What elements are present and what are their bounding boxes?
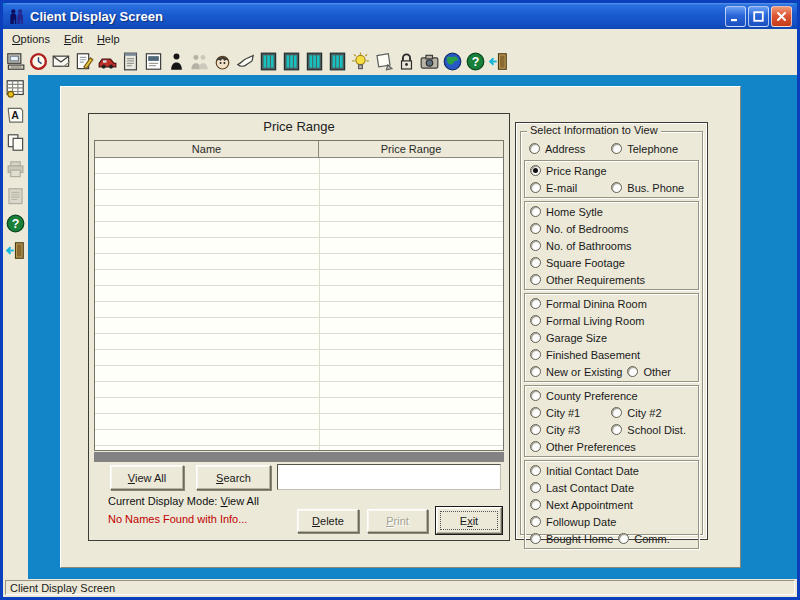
notes-edit-icon[interactable]: [74, 51, 95, 72]
grid-column-divider: [319, 158, 320, 450]
clock-icon[interactable]: [28, 51, 49, 72]
grid-horizontal-scrollbar[interactable]: [94, 452, 504, 462]
maximize-button[interactable]: [748, 6, 769, 27]
radio-formal-living-room[interactable]: Formal Living Room: [525, 315, 644, 327]
radio-school-dist[interactable]: School Dist.: [606, 424, 686, 436]
help-icon[interactable]: ?: [465, 51, 486, 72]
radio-bought-home[interactable]: Bought Home: [525, 533, 613, 545]
exit-door-icon[interactable]: [488, 51, 509, 72]
menu-item-options[interactable]: Options: [5, 31, 57, 47]
title-bar[interactable]: Client Display Screen: [3, 3, 797, 29]
radio-new-or-existing[interactable]: New or Existing: [525, 366, 622, 378]
grid-header-row: Name Price Range: [95, 141, 503, 158]
search-button[interactable]: Search: [196, 465, 271, 490]
radio-price-range[interactable]: Price Range: [525, 165, 607, 177]
radio-last-contact-date[interactable]: Last Contact Date: [525, 482, 634, 494]
minimize-button[interactable]: [725, 6, 746, 27]
camera-icon[interactable]: [419, 51, 440, 72]
radio-other-requirements[interactable]: Other Requirements: [525, 274, 645, 286]
lock-icon[interactable]: [396, 51, 417, 72]
mail-icon[interactable]: [51, 51, 72, 72]
exit-button[interactable]: Exit: [436, 507, 502, 534]
car-icon[interactable]: [97, 51, 118, 72]
grid-body[interactable]: [95, 158, 503, 450]
notepad-icon[interactable]: [120, 51, 141, 72]
radio-row: Initial Contact Date: [525, 462, 698, 479]
lightbulb-icon[interactable]: [350, 51, 371, 72]
contact-face-icon[interactable]: [212, 51, 233, 72]
radio-row: New or ExistingOther: [525, 363, 698, 380]
copy-icon[interactable]: [5, 132, 26, 153]
close-button[interactable]: [771, 6, 792, 27]
radio-label: E-mail: [546, 182, 577, 194]
radio-formal-dinina-room[interactable]: Formal Dinina Room: [525, 298, 647, 310]
exit-door-icon[interactable]: [5, 240, 26, 261]
client-icon[interactable]: [166, 51, 187, 72]
delete-button[interactable]: Delete: [297, 509, 359, 533]
radio-square-footage[interactable]: Square Footage: [525, 257, 625, 269]
radio-icon: [530, 182, 541, 193]
window-title: Client Display Screen: [30, 9, 163, 24]
radio-home-sytle[interactable]: Home Sytle: [525, 206, 603, 218]
radio-label: County Preference: [546, 390, 638, 402]
search-input[interactable]: [277, 464, 501, 490]
radio-label: Home Sytle: [546, 206, 603, 218]
door-icon-4[interactable]: [327, 51, 348, 72]
status-bar: Client Display Screen: [3, 579, 797, 597]
document-photo-icon[interactable]: [143, 51, 164, 72]
radio-telephone[interactable]: Telephone: [606, 143, 678, 155]
radio-icon: [530, 499, 541, 510]
door-icon-2[interactable]: [281, 51, 302, 72]
radio-garage-size[interactable]: Garage Size: [525, 332, 607, 344]
font-icon[interactable]: A: [5, 105, 26, 126]
radio-label: Other: [643, 366, 671, 378]
door-icon-1[interactable]: [258, 51, 279, 72]
info-section-2: Price RangeE-mailBus. Phone: [524, 160, 699, 198]
door-icon-3[interactable]: [304, 51, 325, 72]
menu-item-edit[interactable]: Edit: [57, 31, 90, 47]
send-page-icon[interactable]: [373, 51, 394, 72]
radio-county-preference[interactable]: County Preference: [525, 390, 638, 402]
radio-icon: [530, 533, 541, 544]
radio-other-preferences[interactable]: Other Preferences: [525, 441, 636, 453]
report-disabled-icon[interactable]: [5, 186, 26, 207]
radio-label: Formal Dinina Room: [546, 298, 647, 310]
radio-city-3[interactable]: City #3: [525, 424, 606, 436]
computer-icon[interactable]: [5, 51, 26, 72]
clients-disabled-icon[interactable]: [189, 51, 210, 72]
radio-city-2[interactable]: City #2: [606, 407, 661, 419]
menu-bar: OptionsEditHelp: [3, 29, 797, 48]
radio-row: No. of Bedrooms: [525, 220, 698, 237]
radio-finished-basement[interactable]: Finished Basement: [525, 349, 640, 361]
info-section-3: Home SytleNo. of BedroomsNo. of Bathroom…: [524, 201, 699, 290]
client-grid: Name Price Range: [94, 140, 504, 451]
radio-no-of-bathrooms[interactable]: No. of Bathrooms: [525, 240, 632, 252]
radio-icon: [530, 407, 541, 418]
radio-initial-contact-date[interactable]: Initial Contact Date: [525, 465, 639, 477]
radio-e-mail[interactable]: E-mail: [525, 182, 606, 194]
view-all-button[interactable]: View All: [110, 465, 184, 490]
radio-label: Last Contact Date: [546, 482, 634, 494]
radio-comm[interactable]: Comm.: [613, 533, 669, 545]
radio-icon: [530, 366, 541, 377]
globe-icon[interactable]: [442, 51, 463, 72]
radio-label: City #1: [546, 407, 580, 419]
radio-next-appointment[interactable]: Next Appointment: [525, 499, 633, 511]
print-disabled-icon[interactable]: [5, 159, 26, 180]
menu-item-help[interactable]: Help: [90, 31, 127, 47]
radio-bus-phone[interactable]: Bus. Phone: [606, 182, 684, 194]
radio-label: Other Preferences: [546, 441, 636, 453]
svg-text:?: ?: [12, 217, 20, 231]
radio-city-1[interactable]: City #1: [525, 407, 606, 419]
radio-icon: [611, 424, 622, 435]
radio-no-of-bedrooms[interactable]: No. of Bedrooms: [525, 223, 629, 235]
radio-other[interactable]: Other: [622, 366, 671, 378]
radio-selected-icon: [530, 165, 541, 176]
spreadsheet-icon[interactable]: [5, 78, 26, 99]
radio-address[interactable]: Address: [524, 143, 606, 155]
help-icon[interactable]: ?: [5, 213, 26, 234]
radio-row: Formal Living Room: [525, 312, 698, 329]
hand-icon[interactable]: [235, 51, 256, 72]
radio-followup-date[interactable]: Followup Date: [525, 516, 616, 528]
print-button[interactable]: Print: [367, 509, 428, 533]
